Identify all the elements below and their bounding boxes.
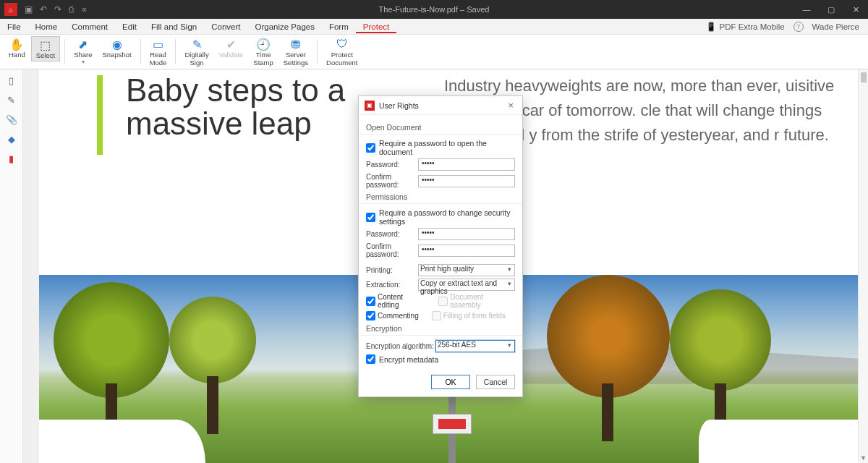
- car-left: [39, 420, 205, 463]
- scroll-down-icon[interactable]: ▼: [860, 454, 867, 462]
- attachments-panel-icon[interactable]: 📎: [6, 114, 17, 125]
- user-rights-dialog: ▣ User Rights × Open Document Require a …: [358, 95, 523, 397]
- minimize-button[interactable]: —: [794, 0, 819, 19]
- require-perm-password-label: Require a password to change security se…: [379, 208, 515, 226]
- accent-bar: [97, 75, 103, 155]
- ribbon-read-mode[interactable]: ▭ReadMode: [145, 36, 171, 67]
- menu-fill-sign[interactable]: Fill and Sign: [144, 20, 204, 33]
- ribbon: ✋Hand ⬚Select ⬈Share▾ ◉Snapshot ▭ReadMod…: [0, 35, 868, 69]
- printing-label: Printing:: [366, 266, 418, 274]
- home-icon[interactable]: ⌂: [4, 3, 17, 16]
- printing-select[interactable]: Print high quality: [418, 264, 515, 276]
- hand-icon: ✋: [9, 38, 24, 51]
- encrypt-metadata-label: Encrypt metadata: [379, 355, 438, 364]
- menu-bar: File Home Comment Edit Fill and Sign Con…: [0, 19, 868, 35]
- redo-icon[interactable]: ↷: [54, 4, 61, 14]
- pdf-extra-mobile-link[interactable]: 📱 PDF Extra Mobile: [706, 22, 784, 32]
- encryption-algorithm-select[interactable]: 256-bit AES: [435, 340, 515, 352]
- car-right: [699, 420, 858, 463]
- server-icon: ⛃: [291, 38, 300, 51]
- ribbon-hand[interactable]: ✋Hand: [4, 36, 30, 60]
- menu-organize[interactable]: Organize Pages: [247, 20, 321, 33]
- vertical-scrollbar[interactable]: ▲ ▼: [858, 69, 868, 463]
- signature-panel-icon[interactable]: ✎: [7, 95, 15, 106]
- share-icon: ⬈: [78, 38, 88, 51]
- select-icon: ⬚: [40, 38, 51, 51]
- maximize-button[interactable]: ▢: [819, 0, 843, 19]
- encryption-section: Encryption: [366, 324, 515, 333]
- title-bar: ⌂ ▣ ↶ ↷ ⎙ ∝ The-Future-is-Now.pdf – Save…: [0, 0, 868, 19]
- layers-panel-icon[interactable]: ▮: [9, 153, 14, 164]
- app-icon: ▣: [365, 101, 375, 111]
- menu-edit[interactable]: Edit: [115, 20, 144, 33]
- clock-icon: 🕘: [256, 38, 271, 51]
- ribbon-time-stamp[interactable]: 🕘TimeStamp: [249, 36, 277, 67]
- extraction-select[interactable]: Copy or extract text and graphics: [418, 279, 515, 291]
- left-rail: ▯ ✎ 📎 ◆ ▮: [0, 69, 23, 463]
- save-icon[interactable]: ▣: [25, 4, 33, 14]
- commenting-checkbox[interactable]: Commenting: [366, 311, 419, 320]
- help-icon[interactable]: ?: [793, 22, 804, 32]
- open-password-label: Password:: [366, 161, 418, 169]
- form-fields-checkbox: Filling of form fields: [432, 311, 506, 320]
- document-assembly-checkbox: Document assembly: [438, 293, 515, 309]
- ribbon-snapshot[interactable]: ◉Snapshot: [98, 36, 135, 60]
- menu-home[interactable]: Home: [28, 20, 65, 33]
- ribbon-digitally-sign[interactable]: ✎DigitallySign: [180, 36, 213, 67]
- camera-icon: ◉: [112, 38, 122, 51]
- perm-password-input[interactable]: •••••: [418, 228, 515, 240]
- user-name[interactable]: Wade Pierce: [812, 22, 859, 31]
- scroll-thumb[interactable]: [861, 72, 867, 82]
- check-icon: ✔: [226, 38, 236, 51]
- ribbon-validate: ✔Validate: [215, 36, 248, 60]
- extraction-label: Extraction:: [366, 281, 418, 289]
- charging-sign: [433, 414, 472, 434]
- mobile-icon: 📱: [706, 22, 716, 32]
- shield-icon: 🛡: [336, 38, 348, 51]
- require-open-password-label: Require a password to open the document: [379, 139, 515, 156]
- share-qat-icon[interactable]: ∝: [81, 4, 88, 14]
- print-icon[interactable]: ⎙: [69, 4, 74, 14]
- perm-confirm-label: Confirm password:: [366, 242, 418, 258]
- ok-button[interactable]: OK: [431, 375, 470, 389]
- close-window-button[interactable]: ✕: [843, 0, 868, 19]
- ribbon-share[interactable]: ⬈Share▾: [69, 36, 96, 67]
- dialog-titlebar: ▣ User Rights ×: [359, 96, 522, 115]
- menu-form[interactable]: Form: [322, 20, 356, 33]
- bookmarks-panel-icon[interactable]: ◆: [8, 134, 15, 145]
- open-confirm-input[interactable]: •••••: [418, 175, 515, 187]
- encrypt-metadata-checkbox[interactable]: [366, 354, 375, 364]
- pen-icon: ✎: [192, 38, 202, 51]
- permissions-section: Permissions: [366, 192, 515, 201]
- ribbon-protect-document[interactable]: 🛡ProtectDocument: [322, 36, 362, 67]
- cancel-button[interactable]: Cancel: [476, 375, 515, 389]
- require-open-password-checkbox[interactable]: [366, 143, 375, 153]
- read-icon: ▭: [153, 38, 163, 51]
- document-title: The-Future-is-Now.pdf – Saved: [379, 5, 490, 14]
- perm-password-label: Password:: [366, 230, 418, 238]
- menu-convert[interactable]: Convert: [204, 20, 247, 33]
- menu-comment[interactable]: Comment: [64, 20, 115, 33]
- perm-confirm-input[interactable]: •••••: [418, 245, 515, 257]
- document-heading: Baby steps to a massive leap: [126, 74, 372, 140]
- close-icon[interactable]: ×: [505, 100, 516, 111]
- open-confirm-label: Confirm password:: [366, 173, 418, 189]
- pages-panel-icon[interactable]: ▯: [9, 75, 14, 86]
- undo-icon[interactable]: ↶: [40, 4, 47, 14]
- open-document-section: Open Document: [366, 123, 515, 132]
- require-perm-password-checkbox[interactable]: [366, 213, 375, 222]
- menu-protect[interactable]: Protect: [356, 20, 396, 33]
- menu-file[interactable]: File: [0, 20, 28, 33]
- encryption-algorithm-label: Encryption algorithm:: [366, 342, 435, 350]
- ribbon-server-settings[interactable]: ⛃ServerSettings: [279, 36, 312, 67]
- content-editing-checkbox[interactable]: Content editing: [366, 293, 425, 309]
- ribbon-select[interactable]: ⬚Select: [31, 36, 60, 61]
- open-password-input[interactable]: •••••: [418, 158, 515, 171]
- dialog-title: User Rights: [379, 101, 419, 110]
